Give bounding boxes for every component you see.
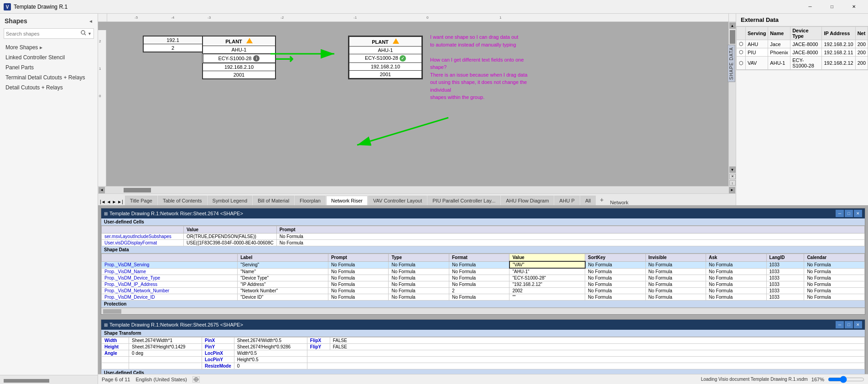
minimize-button[interactable]: ─ <box>800 0 821 14</box>
tab-network-riser[interactable]: Network Riser <box>326 196 368 205</box>
ss1-sd-col-invisible: Invisible <box>645 254 706 262</box>
ext-col-name: Name <box>768 27 790 40</box>
tab-floorplan[interactable]: Floorplan <box>295 196 326 205</box>
tab-ahu-flow[interactable]: AHU Flow Diagram <box>501 196 554 205</box>
ss2-maximize[interactable]: □ <box>845 321 853 328</box>
zoom-slider[interactable] <box>828 376 864 383</box>
search-button[interactable] <box>80 30 87 37</box>
horizontal-scrollbar[interactable]: ◄ ► <box>98 186 736 193</box>
ext-row-3[interactable]: ⬡ VAV AHU-1 ECY-S1000-28 192.168.2.12 20… <box>737 57 868 70</box>
scroll-left-button[interactable]: ◄ <box>99 187 105 193</box>
ss1-sd-sortkey-3: No Formula <box>585 275 646 281</box>
ext-row-1[interactable]: ⬡ AHU Jace JACE-8000 192.168.2.10 200 <box>737 40 868 48</box>
ss1-titlebar: ⊞ Template Drawing R.1:Network Riser:She… <box>101 208 865 218</box>
tab-bill-of-material[interactable]: Bill of Material <box>253 196 294 205</box>
ss1-maximize[interactable]: □ <box>845 210 853 217</box>
ruler-mark-neg2: -2 <box>281 16 284 20</box>
maximize-button[interactable]: □ <box>821 0 842 14</box>
ss1-ud-row-1[interactable]: ser.msvLayoutIncludeSubshapes OR(TRUE,DE… <box>102 234 865 240</box>
ss1-sd-invisible-3: No Formula <box>645 275 706 281</box>
tab-table-of-contents[interactable]: Table of Contents <box>158 196 207 205</box>
ruler-v-mark: 2 <box>99 39 101 43</box>
ss1-ud-row-2[interactable]: User.visDGDisplayFormat USE({1F83C398-03… <box>102 240 865 246</box>
tab-nav-next[interactable]: ► <box>112 199 116 204</box>
ss1-sd-ask-1: No Formula <box>706 261 767 268</box>
ss1-minimize[interactable]: ─ <box>836 210 844 217</box>
ss1-sd-langid-4: 1033 <box>766 281 804 288</box>
globe-icon <box>193 377 199 382</box>
shape-box-2[interactable]: PLANT AHU-1 ECY-S1000-28 <box>348 36 423 79</box>
ss1-sd-format-6: No Formula <box>449 294 509 301</box>
panel-parts-item[interactable]: Panel Parts <box>0 62 98 73</box>
detail-cutouts-item[interactable]: Detail Cutouts + Relays <box>0 83 98 93</box>
ss1-sd-value-4: "192.168.2.12" <box>509 281 585 288</box>
add-tab-button[interactable]: + <box>596 194 607 205</box>
search-bar[interactable]: ▼ <box>4 28 94 39</box>
scroll-thumb[interactable] <box>4 379 49 383</box>
ruler-mark-neg3: -3 <box>208 16 211 20</box>
ss2-titlebar: ⊞ Template Drawing R.1:Network Riser:She… <box>101 320 865 330</box>
close-button[interactable]: ✕ <box>843 0 864 14</box>
ss1-sd-langid-5: 1033 <box>766 288 804 294</box>
ruler-corner <box>98 14 107 22</box>
ss2-locpiny-value: Height*0.5 <box>234 357 307 363</box>
scroll-right-button[interactable]: ► <box>729 187 735 193</box>
tab-nav-last[interactable]: ►| <box>117 199 123 204</box>
ss2-transform-table: Width Sheet.2674!Width*1 PinX Sheet.2674… <box>101 337 865 369</box>
h-scroll-thumb[interactable] <box>124 188 151 192</box>
ss2-close[interactable]: ✕ <box>854 321 862 328</box>
tab-symbol-legend[interactable]: Symbol Legend <box>208 196 252 205</box>
tab-nav-first[interactable]: |◄ <box>100 199 106 204</box>
window-controls: ─ □ ✕ <box>800 0 864 14</box>
ss1-sd-row-5[interactable]: Prop._VisDM_Network_Number "Network Numb… <box>102 288 865 294</box>
close-pane-button[interactable]: ✕ <box>729 174 736 179</box>
ss1-sd-col-label: Label <box>238 254 328 262</box>
ss1-sd-row-3[interactable]: Prop._VisDM_Device_Type "Device Type" No… <box>102 275 865 281</box>
shapes-panel-title: Shapes <box>5 17 27 25</box>
ss1-sd-row-4[interactable]: Prop._VisDM_IP_Address "IP Address" No F… <box>102 281 865 288</box>
shapes-navigation: More Shapes ▶ Linked Controller Stencil … <box>0 41 98 375</box>
linked-controller-stencil-item[interactable]: Linked Controller Stencil <box>0 52 98 62</box>
ext-row-2[interactable]: ⬡ PIU Phoenix JACE-8000 192.168.2.11 200 <box>737 48 868 57</box>
scroll-up-button[interactable]: ▲ <box>729 22 736 29</box>
scroll-down-button[interactable]: ▼ <box>729 166 736 173</box>
ext-icon-3: ⬡ <box>737 57 746 70</box>
vertical-ruler: 2 1 0 <box>98 30 106 186</box>
ruler-right-corner <box>728 14 736 22</box>
ext-col-ip: IP Address <box>822 27 855 40</box>
ss1-shape-data-header: Shape Data <box>101 246 865 254</box>
ss1-sd-row-2[interactable]: Prop._VisDM_Name "Name" No Formula No Fo… <box>102 268 865 275</box>
tab-piu-parallel[interactable]: PIU Parallel Controller Lay... <box>427 196 500 205</box>
ss2-locpiny-label: LocPinY <box>202 357 234 363</box>
scroll-thumb[interactable] <box>730 30 735 44</box>
search-dropdown[interactable]: ▼ <box>88 31 92 36</box>
ss1-sd-row-1[interactable]: Prop._VisDM_Serving "Serving" No Formula… <box>102 261 865 268</box>
ss1-sd-label-1: "Serving" <box>238 261 328 268</box>
tab-all[interactable]: All <box>580 196 596 205</box>
ss1-sd-row-6[interactable]: Prop._VisDM_Device_ID "Device ID" No For… <box>102 294 865 301</box>
green-arrow-svg-1 <box>270 45 339 63</box>
shape-box-1[interactable]: 192.1 2 <box>143 36 203 52</box>
terminal-detail-item[interactable]: Terminal Detail Cutouts + Relays <box>0 73 98 83</box>
ss2-minimize[interactable]: ─ <box>836 321 844 328</box>
expand-button[interactable]: ↕ <box>729 180 736 186</box>
tab-vav-controller[interactable]: VAV Controller Layout <box>368 196 427 205</box>
ss1-sd-type-2: No Formula <box>389 268 449 275</box>
shapes-collapse-button[interactable]: ◄ <box>88 19 93 24</box>
shape2-year-cell: 2001 <box>349 71 422 78</box>
ss1-hscroll[interactable] <box>101 308 865 314</box>
info-icon[interactable]: i <box>253 55 260 62</box>
ss1-hscroll-thumb[interactable] <box>103 309 121 314</box>
ruler-marks: -5 -4 -3 -2 -1 0 1 <box>107 14 728 21</box>
search-input[interactable] <box>6 31 80 36</box>
more-shapes-item[interactable]: More Shapes ▶ <box>0 42 98 52</box>
ss1-sd-sortkey-2: No Formula <box>585 268 646 275</box>
ss1-sd-col-format: Format <box>449 254 509 262</box>
tab-ahu-p[interactable]: AHU P <box>554 196 580 205</box>
tab-title-page[interactable]: Title Page <box>125 196 157 205</box>
ext-icon-1: ⬡ <box>737 40 746 48</box>
ss1-close[interactable]: ✕ <box>854 210 862 217</box>
ext-name-3: AHU-1 <box>768 57 790 70</box>
shape-box-main[interactable]: PLANT AHU-1 ECY-S1000-28 <box>202 36 276 79</box>
tab-nav-prev[interactable]: ◄ <box>107 199 111 204</box>
